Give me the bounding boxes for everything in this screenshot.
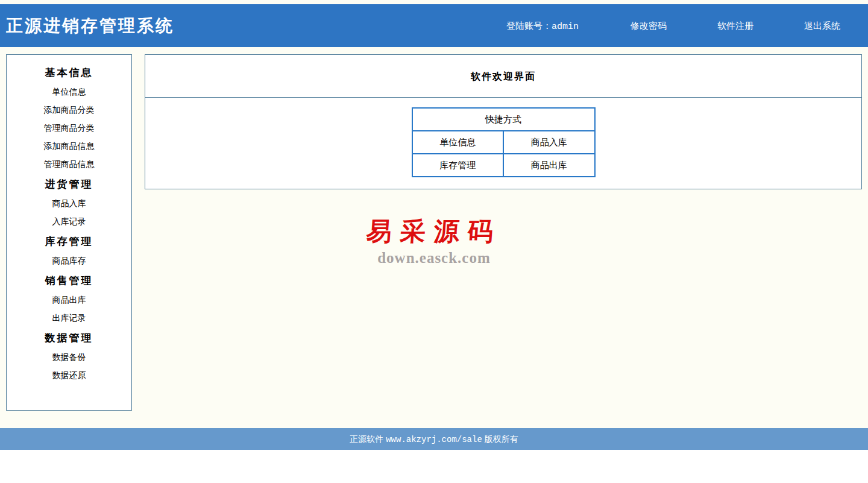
sidebar-section-basic-info: 基本信息 [7, 62, 131, 83]
page-background: 正源进销存管理系统 登陆账号：admin 修改密码 软件注册 退出系统 基本信息… [0, 0, 868, 483]
shortcut-goods-outbound[interactable]: 商品出库 [503, 154, 595, 177]
footer-prefix: 正源软件 [350, 434, 383, 444]
account-label: 登陆账号： [506, 21, 552, 31]
bottom-white-strip [0, 450, 868, 483]
sidebar-item-data-restore[interactable]: 数据还原 [7, 367, 131, 385]
sidebar-item-goods-outbound[interactable]: 商品出库 [7, 291, 131, 309]
shortcut-table: 快捷方式 单位信息 商品入库 库存管理 商品出库 [412, 107, 596, 177]
sidebar-item-data-backup[interactable]: 数据备份 [7, 349, 131, 367]
menu-software-register[interactable]: 软件注册 [717, 4, 753, 47]
app-title: 正源进销存管理系统 [6, 4, 174, 47]
sidebar-nav: 基本信息 单位信息 添加商品分类 管理商品分类 添加商品信息 管理商品信息 进货… [6, 54, 132, 411]
sidebar-item-goods-stock[interactable]: 商品库存 [7, 252, 131, 270]
shortcut-table-header: 快捷方式 [412, 108, 595, 131]
footer-bar: 正源软件 www.akzyrj.com/sale 版权所有 [0, 428, 868, 450]
footer-url: www.akzyrj.com/sale [386, 435, 482, 444]
footer-suffix: 版权所有 [485, 434, 518, 444]
sidebar-item-manage-category[interactable]: 管理商品分类 [7, 119, 131, 137]
welcome-panel: 软件欢迎界面 快捷方式 单位信息 商品入库 库存管理 商品出库 [145, 54, 862, 189]
shortcut-goods-inbound[interactable]: 商品入库 [503, 131, 595, 154]
header-bar: 正源进销存管理系统 登陆账号：admin 修改密码 软件注册 退出系统 [0, 4, 868, 47]
shortcut-unit-info[interactable]: 单位信息 [412, 131, 504, 154]
sidebar-section-inventory: 库存管理 [7, 231, 131, 252]
sidebar-item-goods-inbound[interactable]: 商品入库 [7, 195, 131, 213]
sidebar-item-manage-product-info[interactable]: 管理商品信息 [7, 156, 131, 174]
sidebar-item-add-category[interactable]: 添加商品分类 [7, 101, 131, 119]
welcome-title: 软件欢迎界面 [145, 55, 861, 98]
sidebar-item-add-product-info[interactable]: 添加商品信息 [7, 137, 131, 156]
sidebar-section-purchase: 进货管理 [7, 174, 131, 195]
account-info: 登陆账号：admin [506, 4, 579, 47]
menu-logout[interactable]: 退出系统 [804, 4, 840, 47]
sidebar-section-sales: 销售管理 [7, 270, 131, 291]
watermark-brand-text: 易采源码 [365, 215, 503, 248]
sidebar-item-inbound-records[interactable]: 入库记录 [7, 213, 131, 231]
sidebar-item-unit-info[interactable]: 单位信息 [7, 83, 131, 101]
account-value: admin [552, 22, 579, 32]
menu-change-password[interactable]: 修改密码 [631, 4, 667, 47]
sidebar-section-data: 数据管理 [7, 327, 131, 349]
sidebar-item-outbound-records[interactable]: 出库记录 [7, 309, 131, 327]
shortcut-inventory-manage[interactable]: 库存管理 [412, 154, 504, 177]
